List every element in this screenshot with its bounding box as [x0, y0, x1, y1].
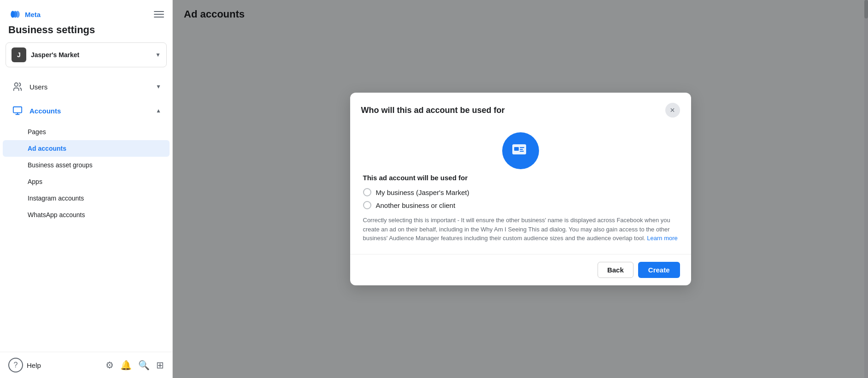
dialog-body: This ad account will be used for My busi… [350, 174, 691, 254]
svg-rect-6 [514, 147, 519, 151]
svg-rect-7 [520, 147, 524, 148]
notifications-icon[interactable]: 🔔 [120, 360, 132, 371]
sub-nav-whatsapp-accounts[interactable]: WhatsApp accounts [3, 207, 170, 223]
svg-rect-4 [13, 107, 22, 113]
dialog: Who will this ad account be used for × [350, 93, 691, 285]
radio-another-business[interactable]: Another business or client [363, 201, 678, 209]
sidebar-title: Business settings [0, 21, 172, 42]
accounts-sub-nav: Pages Ad accounts Business asset groups … [0, 123, 172, 225]
sub-nav-apps[interactable]: Apps [3, 173, 170, 190]
dialog-header: Who will this ad account be used for × [350, 93, 691, 125]
sub-nav-pages[interactable]: Pages [3, 124, 170, 140]
sidebar-header: Meta [0, 0, 172, 21]
svg-point-2 [13, 11, 17, 18]
hamburger-icon[interactable] [154, 11, 164, 18]
sidebar: Meta Business settings J Jasper's Market… [0, 0, 173, 378]
sub-nav-ad-accounts[interactable]: Ad accounts [3, 140, 170, 157]
sidebar-nav: Users ▼ Accounts ▲ Pages Ad accounts Bus… [0, 73, 172, 352]
users-icon [11, 80, 24, 93]
sidebar-footer: ? Help ⚙ 🔔 🔍 ⊞ [0, 352, 172, 378]
footer-icons: ⚙ 🔔 🔍 ⊞ [106, 360, 164, 371]
dialog-close-button[interactable]: × [665, 103, 680, 118]
help-label: Help [27, 361, 41, 369]
radio-my-business[interactable]: My business (Jasper's Market) [363, 188, 678, 196]
accounts-chevron-icon: ▲ [156, 107, 161, 114]
svg-rect-9 [520, 151, 524, 152]
sidebar-item-users[interactable]: Users ▼ [3, 75, 170, 99]
dialog-info: Correctly selecting this is important - … [363, 216, 678, 243]
sidebar-item-accounts[interactable]: Accounts ▲ [3, 99, 170, 123]
radio-another-business-label: Another business or client [376, 201, 456, 209]
radio-my-business-label: My business (Jasper's Market) [376, 189, 469, 196]
business-name: Jasper's Market [31, 51, 79, 59]
dialog-title: Who will this ad account be used for [361, 106, 505, 115]
users-label: Users [29, 83, 47, 91]
search-icon[interactable]: 🔍 [138, 360, 150, 371]
help-icon[interactable]: ? [8, 358, 23, 372]
ad-account-icon [502, 132, 539, 169]
main-content: Ad accounts yet. e listed here. Add ▼ Wh… [173, 0, 868, 378]
chevron-down-icon: ▼ [155, 52, 161, 58]
back-button[interactable]: Back [598, 262, 633, 278]
footer-left: ? Help [8, 358, 41, 372]
meta-logo-text: Meta [25, 11, 41, 18]
svg-point-3 [15, 83, 18, 86]
business-selector-left: J Jasper's Market [12, 47, 79, 62]
layout-icon[interactable]: ⊞ [156, 360, 164, 371]
create-button[interactable]: Create [638, 262, 680, 278]
sub-nav-instagram-accounts[interactable]: Instagram accounts [3, 190, 170, 207]
business-selector[interactable]: J Jasper's Market ▼ [6, 42, 167, 67]
sub-nav-business-asset-groups[interactable]: Business asset groups [3, 157, 170, 173]
radio-another-business-input[interactable] [363, 201, 371, 209]
dialog-icon-wrap [350, 125, 691, 174]
users-chevron-icon: ▼ [156, 83, 161, 90]
radio-my-business-input[interactable] [363, 188, 371, 196]
dialog-footer: Back Create [350, 254, 691, 285]
accounts-label: Accounts [29, 107, 61, 115]
settings-icon[interactable]: ⚙ [106, 360, 114, 371]
learn-more-link[interactable]: Learn more [647, 235, 677, 242]
accounts-icon [11, 104, 24, 117]
business-avatar: J [12, 47, 26, 62]
close-icon: × [670, 106, 675, 115]
dialog-subtitle: This ad account will be used for [363, 174, 678, 182]
svg-rect-8 [520, 149, 523, 150]
meta-logo: Meta [8, 7, 41, 21]
modal-overlay: Who will this ad account be used for × [173, 0, 868, 378]
